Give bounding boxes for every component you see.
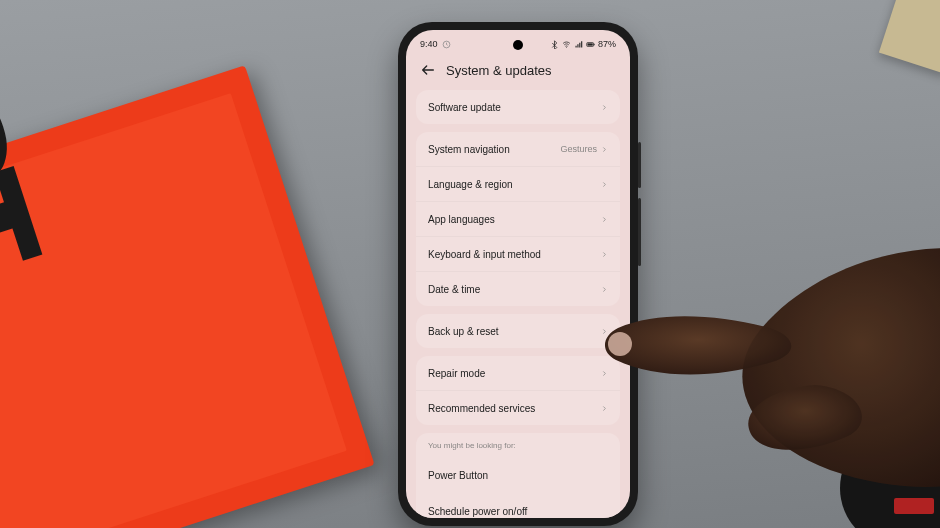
watermark <box>894 498 934 514</box>
camera-punch-hole <box>513 40 523 50</box>
page-header: System & updates <box>406 58 630 90</box>
status-battery-percent: 87% <box>598 39 616 49</box>
svg-point-1 <box>566 47 567 48</box>
suggestion-label: Schedule power on/off <box>428 506 527 517</box>
suggestion-row-schedule-power[interactable]: Schedule power on/off <box>416 492 620 518</box>
bluetooth-icon <box>550 40 559 49</box>
chevron-right-icon <box>601 286 608 293</box>
suggestions-title: You might be looking for: <box>416 433 620 456</box>
settings-content: Software update System navigation Gestur… <box>406 90 630 518</box>
settings-row-system-navigation[interactable]: System navigation Gestures <box>416 132 620 166</box>
row-label: System navigation <box>428 144 510 155</box>
settings-row-date-time[interactable]: Date & time <box>416 271 620 306</box>
chevron-right-icon <box>601 251 608 258</box>
row-value: Gestures <box>560 144 597 154</box>
settings-row-software-update[interactable]: Software update <box>416 90 620 124</box>
back-icon[interactable] <box>420 62 436 78</box>
suggestions-group: You might be looking for: Power Button S… <box>416 433 620 518</box>
svg-rect-4 <box>587 43 592 45</box>
settings-row-language-region[interactable]: Language & region <box>416 166 620 201</box>
page-title: System & updates <box>446 63 552 78</box>
row-label: Language & region <box>428 179 513 190</box>
chevron-right-icon <box>601 216 608 223</box>
phone-side-button-1 <box>638 142 641 188</box>
chevron-right-icon <box>601 146 608 153</box>
settings-row-backup-reset[interactable]: Back up & reset <box>416 314 620 348</box>
settings-group: System navigation Gestures Language & re… <box>416 132 620 306</box>
scene-desk: 13 9:40 87% <box>0 0 940 528</box>
suggestion-row-power-button[interactable]: Power Button <box>416 456 620 492</box>
phone-device: 9:40 87% System & updates <box>398 22 638 526</box>
svg-rect-3 <box>594 43 595 45</box>
row-label: Back up & reset <box>428 326 499 337</box>
settings-row-recommended-services[interactable]: Recommended services <box>416 390 620 425</box>
wifi-icon <box>562 40 571 49</box>
settings-group: Software update <box>416 90 620 124</box>
product-box: 13 <box>0 65 375 528</box>
chevron-right-icon <box>601 370 608 377</box>
phone-side-button-2 <box>638 198 641 266</box>
phone-screen: 9:40 87% System & updates <box>406 30 630 518</box>
chevron-right-icon <box>601 181 608 188</box>
status-time: 9:40 <box>420 39 438 49</box>
row-label: Repair mode <box>428 368 485 379</box>
signal-icon <box>574 40 583 49</box>
settings-row-keyboard-input[interactable]: Keyboard & input method <box>416 236 620 271</box>
row-label: App languages <box>428 214 495 225</box>
suggestion-label: Power Button <box>428 470 488 481</box>
settings-group: Repair mode Recommended services <box>416 356 620 425</box>
settings-group: Back up & reset <box>416 314 620 348</box>
prop-top-right <box>879 0 940 74</box>
clock-icon <box>442 40 451 49</box>
chevron-right-icon <box>601 104 608 111</box>
row-label: Software update <box>428 102 501 113</box>
row-label: Date & time <box>428 284 480 295</box>
settings-row-app-languages[interactable]: App languages <box>416 201 620 236</box>
row-label: Keyboard & input method <box>428 249 541 260</box>
settings-row-repair-mode[interactable]: Repair mode <box>416 356 620 390</box>
chevron-right-icon <box>601 405 608 412</box>
battery-icon <box>586 40 595 49</box>
row-label: Recommended services <box>428 403 535 414</box>
chevron-right-icon <box>601 328 608 335</box>
